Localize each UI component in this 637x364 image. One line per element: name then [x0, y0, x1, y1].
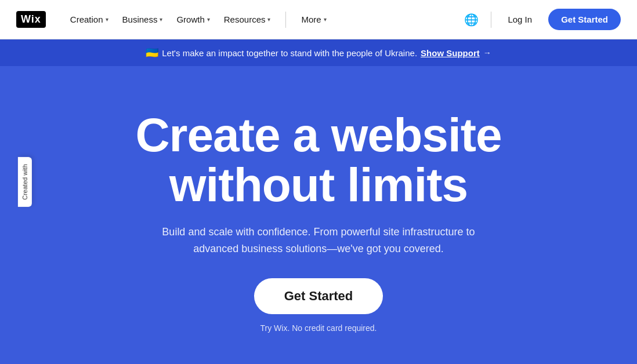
get-started-button-nav[interactable]: Get Started [548, 9, 621, 30]
chevron-down-icon: ▾ [207, 16, 210, 23]
nav-label-more: More [301, 14, 321, 24]
nav-links: Creation ▾ Business ▾ Growth ▾ Resources… [64, 10, 461, 29]
ukraine-banner: 🇺🇦 Let's make an impact together to stan… [0, 39, 637, 66]
hero-note: Try Wix. No credit card required. [260, 323, 377, 333]
nav-label-resources: Resources [224, 14, 266, 24]
hero-title: Create a website without limits [135, 110, 501, 210]
hero-get-started-button[interactable]: Get Started [254, 278, 383, 314]
hero-subtitle: Build and scale with confidence. From po… [144, 224, 493, 257]
nav-right-divider [491, 12, 491, 28]
hero-title-line1: Create a website [135, 108, 501, 161]
hero-section: Create a website without limits Build an… [0, 66, 637, 364]
banner-support-link[interactable]: Show Support [421, 48, 480, 58]
nav-item-more[interactable]: More ▾ [295, 10, 332, 29]
created-with-tab: Created with [18, 157, 32, 207]
nav-item-creation[interactable]: Creation ▾ [64, 10, 114, 29]
navbar: Wix Creation ▾ Business ▾ Growth ▾ Resou… [0, 0, 637, 39]
hero-title-line2: without limits [169, 158, 468, 211]
logo[interactable]: Wix [16, 11, 46, 28]
nav-item-resources[interactable]: Resources ▾ [218, 10, 277, 29]
chevron-down-icon: ▾ [160, 16, 162, 23]
chevron-down-icon: ▾ [267, 16, 270, 23]
nav-divider [285, 12, 286, 28]
nav-item-business[interactable]: Business ▾ [117, 10, 169, 29]
ukraine-flag-icon: 🇺🇦 [146, 46, 158, 59]
chevron-down-icon: ▾ [324, 16, 327, 23]
nav-label-growth: Growth [176, 14, 204, 24]
chevron-down-icon: ▾ [106, 16, 108, 23]
logo-text[interactable]: Wix [16, 11, 46, 28]
nav-label-business: Business [122, 14, 158, 24]
arrow-icon: → [483, 48, 491, 57]
login-button[interactable]: Log In [501, 10, 539, 29]
nav-item-growth[interactable]: Growth ▾ [171, 10, 215, 29]
language-selector-button[interactable]: 🌐 [461, 9, 482, 30]
globe-icon: 🌐 [464, 13, 479, 27]
nav-right: 🌐 Log In Get Started [461, 9, 621, 30]
nav-label-creation: Creation [70, 14, 103, 24]
banner-text: Let's make an impact together to stand w… [162, 48, 417, 58]
